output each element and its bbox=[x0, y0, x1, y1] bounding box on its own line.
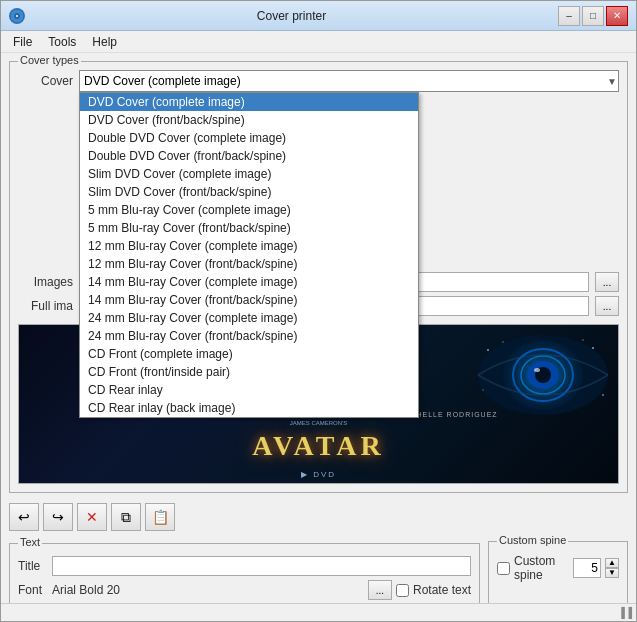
dropdown-item-10[interactable]: 14 mm Blu-ray Cover (complete image) bbox=[80, 273, 418, 291]
poster-subtitle: ▶ DVD bbox=[301, 470, 336, 479]
cover-types-group: Cover types Cover DVD Cover (complete im… bbox=[9, 61, 628, 493]
dropdown-item-5[interactable]: Slim DVD Cover (front/back/spine) bbox=[80, 183, 418, 201]
cover-type-dropdown[interactable]: DVD Cover (complete image) DVD Cover (fr… bbox=[79, 92, 419, 418]
close-button[interactable]: ✕ bbox=[606, 6, 628, 26]
title-input[interactable] bbox=[52, 556, 471, 576]
menu-tools[interactable]: Tools bbox=[40, 33, 84, 51]
redo-button[interactable]: ↪ bbox=[43, 503, 73, 531]
svg-point-13 bbox=[582, 339, 584, 341]
images-label: Images bbox=[18, 275, 73, 289]
rotate-text-label: Rotate text bbox=[396, 583, 471, 597]
menu-file[interactable]: File bbox=[5, 33, 40, 51]
spine-up-btn[interactable]: ▲ bbox=[605, 558, 619, 568]
dropdown-item-4[interactable]: Slim DVD Cover (complete image) bbox=[80, 165, 418, 183]
window-title: Cover printer bbox=[25, 9, 558, 23]
svg-point-9 bbox=[534, 368, 540, 372]
poster-title: AVATAR bbox=[252, 430, 384, 462]
dropdown-item-15[interactable]: CD Front (front/inside pair) bbox=[80, 363, 418, 381]
cover-row: Cover DVD Cover (complete image)DVD Cove… bbox=[18, 70, 619, 92]
cover-types-label: Cover types bbox=[18, 54, 81, 66]
dropdown-item-2[interactable]: Double DVD Cover (complete image) bbox=[80, 129, 418, 147]
svg-point-15 bbox=[602, 394, 604, 396]
custom-spine-spinner: ▲ ▼ bbox=[605, 558, 619, 578]
title-label: Title bbox=[18, 559, 48, 573]
window-icon bbox=[9, 8, 25, 24]
title-row: Title bbox=[18, 556, 471, 576]
cover-select-wrapper: DVD Cover (complete image)DVD Cover (fro… bbox=[79, 70, 619, 92]
copy-button[interactable]: ⧉ bbox=[111, 503, 141, 531]
font-row: Font Arial Bold 20 ... Rotate text bbox=[18, 580, 471, 600]
text-and-spine-row: Text Title Font Arial Bold 20 ... Rotate… bbox=[9, 541, 628, 603]
main-content: Cover types Cover DVD Cover (complete im… bbox=[1, 53, 636, 603]
font-browse-btn[interactable]: ... bbox=[368, 580, 392, 600]
cover-label: Cover bbox=[18, 74, 73, 88]
images-browse-btn[interactable]: ... bbox=[595, 272, 619, 292]
main-window: Cover printer – □ ✕ File Tools Help Cove… bbox=[0, 0, 637, 622]
svg-point-10 bbox=[487, 349, 489, 351]
dropdown-item-17[interactable]: CD Rear inlay (back image) bbox=[80, 399, 418, 417]
svg-point-2 bbox=[16, 15, 18, 17]
toolbar: ↩ ↪ ✕ ⧉ 📋 bbox=[9, 499, 628, 535]
custom-spine-input[interactable] bbox=[573, 558, 601, 578]
menu-help[interactable]: Help bbox=[84, 33, 125, 51]
rotate-text-checkbox[interactable] bbox=[396, 584, 409, 597]
paste-button[interactable]: 📋 bbox=[145, 503, 175, 531]
svg-point-12 bbox=[592, 347, 594, 349]
font-value: Arial Bold 20 bbox=[52, 583, 364, 597]
custom-spine-group-label: Custom spine bbox=[497, 534, 568, 546]
menubar: File Tools Help bbox=[1, 31, 636, 53]
full-img-label: Full ima bbox=[18, 299, 73, 313]
dropdown-item-3[interactable]: Double DVD Cover (front/back/spine) bbox=[80, 147, 418, 165]
full-img-browse-btn[interactable]: ... bbox=[595, 296, 619, 316]
poster-director: JAMES CAMERON'S bbox=[290, 420, 348, 426]
font-label: Font bbox=[18, 583, 48, 597]
dropdown-item-11[interactable]: 14 mm Blu-ray Cover (front/back/spine) bbox=[80, 291, 418, 309]
spine-down-btn[interactable]: ▼ bbox=[605, 568, 619, 578]
status-text: ▐▐ bbox=[618, 607, 632, 618]
dropdown-item-0[interactable]: DVD Cover (complete image) bbox=[80, 93, 418, 111]
window-controls: – □ ✕ bbox=[558, 6, 628, 26]
cover-type-select[interactable]: DVD Cover (complete image)DVD Cover (fro… bbox=[79, 70, 619, 92]
delete-button[interactable]: ✕ bbox=[77, 503, 107, 531]
dropdown-item-16[interactable]: CD Rear inlay bbox=[80, 381, 418, 399]
custom-spine-group: Custom spine Custom spine ▲ ▼ bbox=[488, 541, 628, 603]
custom-spine-label: Custom spine bbox=[497, 554, 569, 582]
custom-spine-checkbox[interactable] bbox=[497, 562, 510, 575]
dropdown-item-1[interactable]: DVD Cover (front/back/spine) bbox=[80, 111, 418, 129]
status-bar: ▐▐ bbox=[1, 603, 636, 621]
dropdown-item-8[interactable]: 12 mm Blu-ray Cover (complete image) bbox=[80, 237, 418, 255]
dropdown-item-7[interactable]: 5 mm Blu-ray Cover (front/back/spine) bbox=[80, 219, 418, 237]
svg-point-11 bbox=[502, 341, 504, 343]
title-bar: Cover printer – □ ✕ bbox=[1, 1, 636, 31]
dropdown-item-13[interactable]: 24 mm Blu-ray Cover (front/back/spine) bbox=[80, 327, 418, 345]
dropdown-item-14[interactable]: CD Front (complete image) bbox=[80, 345, 418, 363]
dropdown-item-12[interactable]: 24 mm Blu-ray Cover (complete image) bbox=[80, 309, 418, 327]
minimize-button[interactable]: – bbox=[558, 6, 580, 26]
text-group-label: Text bbox=[18, 536, 42, 548]
svg-point-14 bbox=[482, 389, 484, 391]
maximize-button[interactable]: □ bbox=[582, 6, 604, 26]
dropdown-item-9[interactable]: 12 mm Blu-ray Cover (front/back/spine) bbox=[80, 255, 418, 273]
dropdown-item-6[interactable]: 5 mm Blu-ray Cover (complete image) bbox=[80, 201, 418, 219]
avatar-eye bbox=[473, 330, 613, 420]
undo-button[interactable]: ↩ bbox=[9, 503, 39, 531]
text-group: Text Title Font Arial Bold 20 ... Rotate… bbox=[9, 543, 480, 603]
